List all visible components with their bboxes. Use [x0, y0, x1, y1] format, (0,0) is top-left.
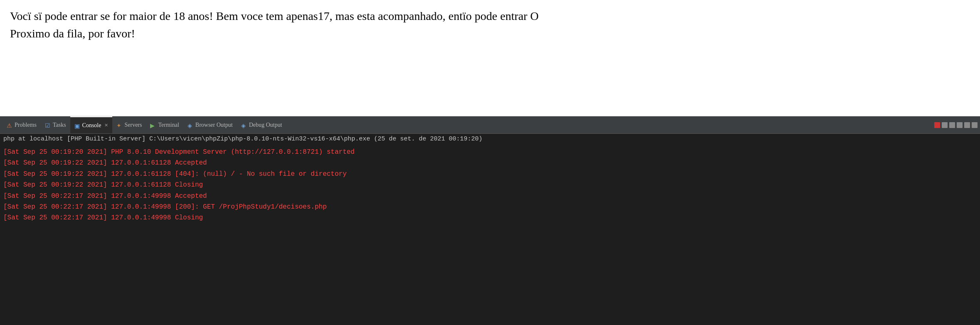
action-button-3[interactable] — [964, 122, 970, 128]
log-line-4: [Sat Sep 25 00:22:17 2021] 127.0.0.1:499… — [3, 191, 977, 202]
tab-debug-output[interactable]: ◈ Debug Output — [237, 116, 286, 133]
console-close-icon[interactable]: ✕ — [104, 123, 108, 128]
tab-bar: ⚠ Problems ☑ Tasks ▣ Console ✕ ✦ Servers… — [0, 116, 980, 134]
tab-console-label: Console — [82, 122, 101, 129]
close-tab-button[interactable] — [942, 122, 948, 128]
action-button-2[interactable] — [957, 122, 963, 128]
action-button-1[interactable] — [949, 122, 955, 128]
server-info-text: php at localhost [PHP Built-in Server] C… — [3, 135, 482, 143]
console-icon: ▣ — [74, 123, 80, 128]
servers-icon: ✦ — [116, 122, 122, 128]
tab-tasks-label: Tasks — [53, 122, 66, 128]
ide-panel: ⚠ Problems ☑ Tasks ▣ Console ✕ ✦ Servers… — [0, 116, 980, 325]
browser-text-line2: Proximo da fila, por favor! — [10, 27, 135, 40]
browser-output-area: Vocï sï pode entrar se for maior de 18 a… — [0, 0, 980, 116]
browser-text-line1: Vocï sï pode entrar se for maior de 18 a… — [10, 10, 539, 22]
server-info-bar: php at localhost [PHP Built-in Server] C… — [0, 134, 980, 144]
console-output[interactable]: [Sat Sep 25 00:19:20 2021] PHP 8.0.10 De… — [0, 144, 980, 325]
tab-browser-output-label: Browser Output — [195, 122, 233, 128]
log-line-0: [Sat Sep 25 00:19:20 2021] PHP 8.0.10 De… — [3, 147, 977, 158]
action-button-4[interactable] — [972, 122, 978, 128]
log-line-1: [Sat Sep 25 00:19:22 2021] 127.0.0.1:611… — [3, 158, 977, 168]
tab-bar-actions — [934, 122, 978, 128]
tab-terminal[interactable]: ▶ Terminal — [146, 116, 183, 133]
log-line-6: [Sat Sep 25 00:22:17 2021] 127.0.0.1:499… — [3, 212, 977, 223]
tab-problems-label: Problems — [15, 122, 37, 128]
tab-debug-output-label: Debug Output — [249, 122, 282, 128]
tab-problems[interactable]: ⚠ Problems — [2, 116, 41, 133]
tab-tasks[interactable]: ☑ Tasks — [41, 116, 70, 133]
log-line-5: [Sat Sep 25 00:22:17 2021] 127.0.0.1:499… — [3, 202, 977, 212]
tasks-icon: ☑ — [45, 122, 51, 128]
log-line-3: [Sat Sep 25 00:19:22 2021] 127.0.0.1:611… — [3, 180, 977, 190]
tab-browser-output[interactable]: ◈ Browser Output — [183, 116, 237, 133]
tab-console[interactable]: ▣ Console ✕ — [70, 116, 113, 133]
tab-servers-label: Servers — [124, 122, 142, 128]
log-line-2: [Sat Sep 25 00:19:22 2021] 127.0.0.1:611… — [3, 169, 977, 180]
terminal-icon: ▶ — [150, 122, 156, 128]
debug-output-icon: ◈ — [241, 122, 247, 128]
problems-icon: ⚠ — [7, 122, 12, 128]
tab-servers[interactable]: ✦ Servers — [112, 116, 146, 133]
browser-output-icon: ◈ — [188, 122, 193, 128]
tab-terminal-label: Terminal — [158, 122, 179, 128]
stop-button[interactable] — [934, 122, 940, 128]
